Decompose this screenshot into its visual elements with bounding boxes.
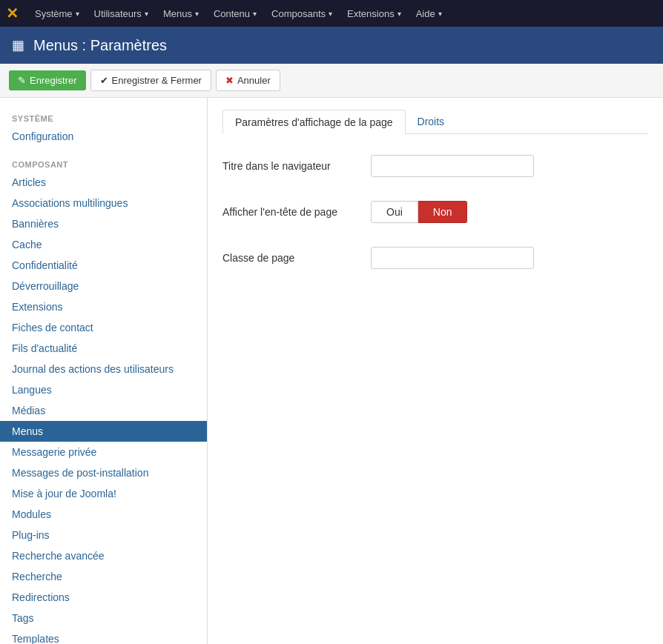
- sidebar-item-templates[interactable]: Templates: [0, 628, 207, 644]
- titre-label: Titre dans le navigateur: [222, 160, 371, 172]
- nav-extensions[interactable]: Extensions ▾: [340, 0, 409, 27]
- sidebar-item-recherche-avancee[interactable]: Recherche avancée: [0, 545, 207, 566]
- toggle-non-button[interactable]: Non: [418, 201, 468, 223]
- form-group-afficher: Afficher l'en-tête de page Oui Non: [222, 195, 648, 229]
- titre-input[interactable]: [371, 155, 534, 177]
- sidebar-item-redirections[interactable]: Redirections: [0, 587, 207, 608]
- sidebar-item-associations[interactable]: Associations multilingues: [0, 193, 207, 213]
- sidebar-item-medias[interactable]: Médias: [0, 400, 207, 421]
- classe-input[interactable]: [371, 247, 534, 269]
- menus-caret: ▾: [195, 10, 199, 18]
- sidebar-item-articles[interactable]: Articles: [0, 172, 207, 193]
- joomla-logo[interactable]: ✕: [6, 4, 19, 22]
- systeme-caret: ▾: [76, 10, 79, 18]
- nav-systeme[interactable]: Système ▾: [27, 0, 87, 27]
- cancel-icon: ✖: [225, 75, 234, 86]
- save-close-button[interactable]: ✔ Enregistrer & Fermer: [90, 70, 211, 91]
- extensions-caret: ▾: [398, 10, 401, 18]
- toggle-group-afficher: Oui Non: [371, 201, 467, 223]
- nav-composants[interactable]: Composants ▾: [264, 0, 340, 27]
- tabs-container: Paramètres d'affichage de la page Droits: [222, 110, 648, 134]
- sidebar-section-composant: COMPOSANT: [0, 156, 207, 172]
- content-panel: Paramètres d'affichage de la page Droits…: [208, 98, 663, 644]
- sidebar-item-fils[interactable]: Fils d'actualité: [0, 338, 207, 359]
- nav-menus[interactable]: Menus ▾: [156, 0, 206, 27]
- save-icon: ✎: [18, 75, 26, 86]
- page-title: Menus : Paramètres: [33, 37, 167, 54]
- top-navbar: ✕ Système ▾ Utilisateurs ▾ Menus ▾ Conte…: [0, 0, 663, 27]
- form-params: Titre dans le navigateur Afficher l'en-t…: [222, 149, 648, 275]
- sidebar-item-confidentialite[interactable]: Confidentialité: [0, 255, 207, 276]
- classe-label: Classe de page: [222, 252, 371, 264]
- sidebar-item-tags[interactable]: Tags: [0, 608, 207, 628]
- save-button[interactable]: ✎ Enregistrer: [9, 70, 86, 90]
- sidebar-item-recherche[interactable]: Recherche: [0, 566, 207, 587]
- composants-caret: ▾: [329, 10, 332, 18]
- nav-contenu[interactable]: Contenu ▾: [206, 0, 264, 27]
- sidebar-item-plugins[interactable]: Plug-ins: [0, 525, 207, 545]
- nav-aide[interactable]: Aide ▾: [409, 0, 449, 27]
- tab-droits[interactable]: Droits: [406, 110, 457, 134]
- tab-params[interactable]: Paramètres d'affichage de la page: [222, 110, 406, 134]
- sidebar-item-deverrouillage[interactable]: Déverrouillage: [0, 276, 207, 296]
- sidebar-item-extensions[interactable]: Extensions: [0, 296, 207, 317]
- sidebar-section-systeme: SYSTÈME: [0, 110, 207, 126]
- sidebar-item-bannieres[interactable]: Bannières: [0, 213, 207, 234]
- menus-header-icon: ▦: [12, 37, 24, 53]
- sidebar-item-messagerie[interactable]: Messagerie privée: [0, 442, 207, 462]
- nav-utilisateurs[interactable]: Utilisateurs ▾: [87, 0, 156, 27]
- sidebar-item-cache[interactable]: Cache: [0, 234, 207, 255]
- form-group-titre: Titre dans le navigateur: [222, 149, 648, 183]
- sidebar-item-mise-a-jour[interactable]: Mise à jour de Joomla!: [0, 483, 207, 504]
- checkmark-icon: ✔: [100, 75, 108, 86]
- sidebar-item-journal[interactable]: Journal des actions des utilisateurs: [0, 359, 207, 379]
- sidebar-item-modules[interactable]: Modules: [0, 504, 207, 525]
- sidebar-item-configuration[interactable]: Configuration: [0, 126, 207, 147]
- sidebar: SYSTÈME Configuration COMPOSANT Articles…: [0, 98, 208, 644]
- aide-caret: ▾: [438, 10, 442, 18]
- afficher-label: Afficher l'en-tête de page: [222, 206, 371, 218]
- toolbar: ✎ Enregistrer ✔ Enregistrer & Fermer ✖ A…: [0, 64, 663, 98]
- contenu-caret: ▾: [253, 10, 257, 18]
- utilisateurs-caret: ▾: [145, 10, 148, 18]
- page-header: ▦ Menus : Paramètres: [0, 27, 663, 64]
- sidebar-item-messages-post[interactable]: Messages de post-installation: [0, 462, 207, 483]
- sidebar-item-fiches[interactable]: Fiches de contact: [0, 317, 207, 338]
- main-content: SYSTÈME Configuration COMPOSANT Articles…: [0, 98, 663, 644]
- toggle-oui-button[interactable]: Oui: [371, 201, 418, 223]
- form-group-classe: Classe de page: [222, 241, 648, 275]
- cancel-button[interactable]: ✖ Annuler: [216, 70, 280, 91]
- sidebar-item-menus[interactable]: Menus: [0, 421, 207, 442]
- sidebar-item-langues[interactable]: Langues: [0, 379, 207, 400]
